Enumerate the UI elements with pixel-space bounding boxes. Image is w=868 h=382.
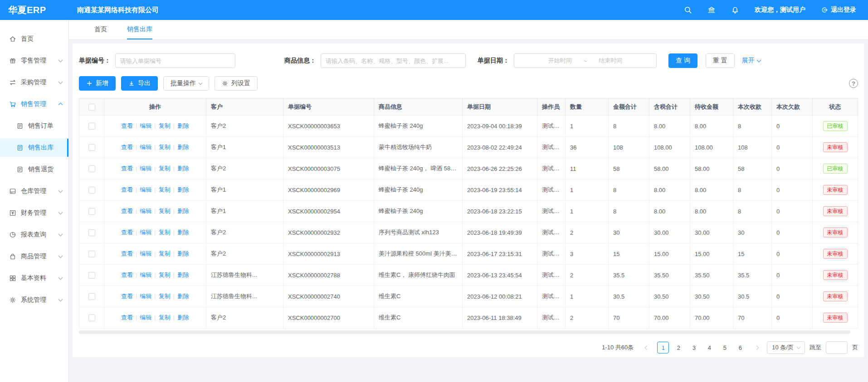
action-view-link[interactable]: 查看 xyxy=(121,186,133,193)
action-delete-link[interactable]: 删除 xyxy=(177,208,189,214)
page-button-6[interactable]: 6 xyxy=(734,342,746,353)
sidebar-item-sales-order[interactable]: 销售订单 xyxy=(0,117,68,135)
action-delete-link[interactable]: 删除 xyxy=(177,314,189,321)
help-icon[interactable]: ? xyxy=(849,79,858,88)
search-button[interactable]: 查 询 xyxy=(668,53,697,68)
action-view-link[interactable]: 查看 xyxy=(121,208,133,214)
cell-debt: 0 xyxy=(772,286,813,307)
action-delete-link[interactable]: 删除 xyxy=(177,271,189,278)
batch-actions-button[interactable]: 批量操作 xyxy=(163,76,209,91)
action-edit-link[interactable]: 编辑 xyxy=(140,186,151,193)
page-button-2[interactable]: 2 xyxy=(673,342,684,353)
action-delete-link[interactable]: 删除 xyxy=(177,293,189,300)
row-checkbox[interactable] xyxy=(88,251,95,257)
page-button-5[interactable]: 5 xyxy=(719,342,731,353)
action-copy-link[interactable]: 复制 xyxy=(159,122,171,129)
export-button[interactable]: 导出 xyxy=(121,76,158,91)
column-settings-button[interactable]: 列设置 xyxy=(215,76,258,91)
action-copy-link[interactable]: 复制 xyxy=(159,229,171,236)
action-edit-link[interactable]: 编辑 xyxy=(140,250,151,257)
horizontal-scrollbar[interactable] xyxy=(79,330,850,334)
cell-bill_no: XSCK00000002740 xyxy=(283,286,374,307)
sidebar-item-basic[interactable]: 基本资料 xyxy=(0,269,68,287)
action-view-link[interactable]: 查看 xyxy=(121,144,133,150)
sidebar-item-sales-return[interactable]: 销售退货 xyxy=(0,160,68,179)
cell-product: 美汁源果粒橙 500ml 美汁美汁美汁... xyxy=(374,243,463,265)
page-button-4[interactable]: 4 xyxy=(703,342,715,353)
action-copy-link[interactable]: 复制 xyxy=(159,293,171,300)
action-view-link[interactable]: 查看 xyxy=(121,165,133,172)
add-button[interactable]: 新增 xyxy=(79,76,116,91)
row-checkbox[interactable] xyxy=(88,187,95,193)
action-view-link[interactable]: 查看 xyxy=(121,271,133,278)
chevron-down-icon xyxy=(59,189,63,193)
select-all-checkbox[interactable] xyxy=(88,104,95,111)
row-checkbox[interactable] xyxy=(88,123,95,130)
row-checkbox[interactable] xyxy=(88,229,95,236)
sidebar-item-goods[interactable]: 商品管理 xyxy=(0,247,68,266)
action-delete-link[interactable]: 删除 xyxy=(177,122,189,129)
sidebar-item-home[interactable]: 首页 xyxy=(0,30,68,48)
tab-0[interactable]: 首页 xyxy=(94,20,107,39)
expand-filters-link[interactable]: 展开 xyxy=(742,57,761,65)
tab-1[interactable]: 销售出库 xyxy=(127,20,152,39)
action-copy-link[interactable]: 复制 xyxy=(159,271,171,278)
row-checkbox[interactable] xyxy=(88,314,95,321)
page-size-select[interactable]: 10 条/页 xyxy=(767,341,805,354)
search-icon[interactable] xyxy=(684,6,692,14)
action-edit-link[interactable]: 编辑 xyxy=(140,122,151,129)
action-view-link[interactable]: 查看 xyxy=(121,293,133,300)
action-view-link[interactable]: 查看 xyxy=(121,229,133,236)
action-edit-link[interactable]: 编辑 xyxy=(140,271,151,278)
reset-button[interactable]: 重 置 xyxy=(706,53,735,68)
action-edit-link[interactable]: 编辑 xyxy=(140,229,151,236)
action-view-link[interactable]: 查看 xyxy=(121,314,133,321)
action-edit-link[interactable]: 编辑 xyxy=(140,293,151,300)
date-range-picker[interactable]: 开始时间 ~ 结束时间 xyxy=(514,53,657,68)
cell-customer: 江苏德鲁生物科... xyxy=(206,265,283,286)
action-copy-link[interactable]: 复制 xyxy=(159,165,171,172)
action-delete-link[interactable]: 删除 xyxy=(177,229,189,236)
page-button-3[interactable]: 3 xyxy=(688,342,700,353)
action-delete-link[interactable]: 删除 xyxy=(177,144,189,150)
jump-page-input[interactable] xyxy=(826,341,848,354)
action-copy-link[interactable]: 复制 xyxy=(159,314,171,321)
action-edit-link[interactable]: 编辑 xyxy=(140,208,151,214)
row-select-cell xyxy=(79,201,104,222)
logout-button[interactable]: 退出登录 xyxy=(821,6,856,14)
action-copy-link[interactable]: 复制 xyxy=(159,208,171,214)
sidebar-item-report[interactable]: 报表查询 xyxy=(0,226,68,244)
row-checkbox[interactable] xyxy=(88,293,95,300)
action-copy-link[interactable]: 复制 xyxy=(159,250,171,257)
sidebar-item-warehouse[interactable]: 仓库管理 xyxy=(0,182,68,200)
next-page-button[interactable] xyxy=(751,342,762,353)
sidebar-item-sales[interactable]: 销售管理 xyxy=(0,95,68,113)
action-copy-link[interactable]: 复制 xyxy=(159,144,171,150)
action-delete-link[interactable]: 删除 xyxy=(177,186,189,193)
action-edit-link[interactable]: 编辑 xyxy=(140,165,151,172)
action-delete-link[interactable]: 删除 xyxy=(177,165,189,172)
bell-icon[interactable] xyxy=(731,6,739,14)
platform-icon[interactable] xyxy=(707,6,716,14)
sidebar-item-finance[interactable]: 财务管理 xyxy=(0,204,68,222)
action-separator: | xyxy=(136,271,137,278)
product-info-input[interactable] xyxy=(321,53,466,68)
action-edit-link[interactable]: 编辑 xyxy=(140,314,151,321)
page-button-1[interactable]: 1 xyxy=(657,342,669,353)
action-view-link[interactable]: 查看 xyxy=(121,122,133,129)
sidebar-item-sales-outbound[interactable]: 销售出库 xyxy=(0,139,68,157)
sidebar-item-system[interactable]: 系统管理 xyxy=(0,291,68,309)
action-delete-link[interactable]: 删除 xyxy=(177,250,189,257)
row-checkbox[interactable] xyxy=(88,144,95,151)
prev-page-button[interactable] xyxy=(641,342,653,353)
action-copy-link[interactable]: 复制 xyxy=(159,186,171,193)
row-checkbox[interactable] xyxy=(88,272,95,279)
bill-no-input[interactable] xyxy=(115,53,235,68)
action-edit-link[interactable]: 编辑 xyxy=(140,144,151,150)
row-checkbox[interactable] xyxy=(88,165,95,172)
cell-customer: 客户2 xyxy=(206,158,283,179)
action-view-link[interactable]: 查看 xyxy=(121,250,133,257)
row-checkbox[interactable] xyxy=(88,208,95,215)
sidebar-item-retail[interactable]: 零售管理 xyxy=(0,52,68,70)
sidebar-item-purchase[interactable]: 采购管理 xyxy=(0,73,68,92)
